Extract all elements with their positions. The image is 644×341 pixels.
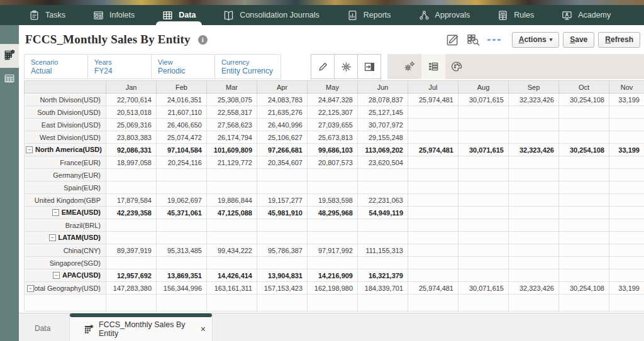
collapse-panel-icon[interactable] [357, 54, 381, 79]
nav-item-academy[interactable]: Academy [562, 5, 611, 25]
column-header-feb[interactable]: Feb [157, 81, 207, 94]
grid-cell[interactable] [106, 169, 157, 181]
sidebar-item-data-grid[interactable] [0, 68, 19, 92]
grid-cell[interactable] [559, 219, 609, 232]
nav-item-consolidation-journals[interactable]: Consolidation Journals [223, 5, 319, 25]
pov-years[interactable]: YearsFY24 [88, 55, 152, 78]
column-header-oct[interactable]: Oct [559, 81, 609, 94]
grid-cell[interactable]: 99,434,222 [207, 244, 257, 257]
grid-cell[interactable]: 25,673,813 [308, 131, 358, 144]
grid-cell[interactable]: 30,254,108 [559, 144, 609, 156]
grid-cell[interactable] [106, 181, 157, 194]
grid-cell[interactable] [559, 295, 609, 311]
grid-cell[interactable] [509, 244, 559, 257]
grid-cell[interactable]: 20,354,607 [257, 156, 308, 169]
grid-cell[interactable]: 32,323,426 [509, 94, 559, 106]
gear-icon[interactable] [334, 54, 358, 79]
grid-cell[interactable] [559, 207, 609, 219]
grid-cell[interactable]: 92,086,331 [106, 144, 157, 156]
grid-cell[interactable]: 97,104,584 [157, 144, 207, 156]
row-header-west-division-usd[interactable]: West Division(USD) [25, 131, 106, 144]
grid-cell[interactable] [609, 194, 644, 207]
grid-cell[interactable] [257, 181, 308, 194]
grid-cell[interactable]: 22,125,307 [308, 106, 358, 119]
grid-cell[interactable] [559, 131, 609, 144]
gears-icon[interactable] [397, 54, 421, 79]
pencil-icon[interactable] [311, 54, 335, 79]
grid-cell[interactable]: 162,198,980 [308, 282, 358, 295]
grid-cell[interactable]: 89,397,919 [106, 244, 157, 257]
refresh-button[interactable]: Refresh [598, 32, 640, 48]
grid-cell[interactable] [458, 119, 509, 131]
grid-cell[interactable] [609, 207, 644, 219]
grid-cell[interactable] [509, 156, 559, 169]
grid-cell[interactable] [609, 106, 644, 119]
grid-cell[interactable] [458, 106, 509, 119]
grid-cell[interactable]: 147,283,380 [106, 282, 157, 295]
grid-cell[interactable]: 156,344,996 [157, 282, 207, 295]
grid-cell[interactable] [157, 232, 207, 244]
palette-icon[interactable] [445, 54, 469, 79]
grid-cell[interactable] [308, 295, 358, 311]
grid-cell[interactable] [458, 244, 509, 257]
grid-cell[interactable] [509, 232, 559, 244]
grid-cell[interactable]: 30,707,972 [358, 119, 408, 131]
grid-cell[interactable] [358, 257, 408, 269]
grid-cell[interactable] [358, 295, 408, 311]
grid-cell[interactable]: 26,440,996 [257, 119, 308, 131]
grid-cell[interactable]: 30,071,615 [458, 94, 509, 106]
collapse-icon[interactable]: − [27, 285, 34, 292]
nav-item-reports[interactable]: Reports [347, 5, 391, 25]
grid-cell[interactable] [408, 169, 458, 181]
grid-cell[interactable]: 14,216,909 [308, 269, 358, 282]
grid-cell[interactable] [358, 181, 408, 194]
grid-cell[interactable]: 27,568,623 [207, 119, 257, 131]
collapse-icon[interactable]: − [49, 234, 56, 241]
grid-cell[interactable] [408, 257, 458, 269]
column-header-may[interactable]: May [308, 81, 358, 94]
row-header-apac-usd[interactable]: −APAC(USD) [25, 269, 106, 282]
grid-cell[interactable]: 24,016,351 [157, 94, 207, 106]
grid-cell[interactable]: 33,199 [609, 144, 644, 156]
grid-cell[interactable] [358, 219, 408, 232]
grid-cell[interactable] [308, 181, 358, 194]
grid-cell[interactable] [559, 119, 609, 131]
grid-cell[interactable] [106, 219, 157, 232]
grid-cell[interactable] [509, 119, 559, 131]
grid-cell[interactable]: 26,174,794 [207, 131, 257, 144]
grid-cell[interactable] [257, 169, 308, 181]
grid-cell[interactable]: 45,371,061 [157, 207, 207, 219]
pov-view[interactable]: ViewPeriodic [152, 55, 215, 78]
grid-cell[interactable] [207, 295, 257, 311]
grid-cell[interactable]: 14,426,414 [207, 269, 257, 282]
grid-cell[interactable]: 25,974,481 [408, 94, 458, 106]
grid-cell[interactable] [408, 181, 458, 194]
row-header-china-cny[interactable]: China(CNY) [25, 244, 106, 257]
grid-cell[interactable] [559, 244, 609, 257]
grid-cell[interactable] [408, 194, 458, 207]
grid-cell[interactable] [458, 219, 509, 232]
nav-item-approvals[interactable]: Approvals [419, 5, 470, 25]
grid-cell[interactable]: 101,609,809 [207, 144, 257, 156]
grid-cell[interactable] [609, 156, 644, 169]
grid-cell[interactable]: 12,957,692 [106, 269, 157, 282]
grid-cell[interactable] [25, 295, 106, 311]
grid-cell[interactable] [207, 232, 257, 244]
grid-cell[interactable]: 30,254,108 [559, 94, 609, 106]
grid-cell[interactable]: 33,199 [609, 282, 644, 295]
grid-cell[interactable]: 30,071,615 [458, 282, 509, 295]
grid-cell[interactable]: 97,266,681 [257, 144, 308, 156]
row-header-latam-usd[interactable]: −LATAM(USD) [25, 232, 106, 244]
row-header-united-kingdom-gbp[interactable]: United Kingdom(GBP [25, 194, 106, 207]
grid-cell[interactable] [458, 169, 509, 181]
grid-cell[interactable]: 13,869,351 [157, 269, 207, 282]
collapse-icon[interactable]: − [26, 146, 33, 153]
grid-cell[interactable]: 32,323,426 [509, 282, 559, 295]
grid-cell[interactable]: 22,231,063 [358, 194, 408, 207]
grid-cell[interactable] [106, 257, 157, 269]
grid-cell[interactable]: 19,157,277 [257, 194, 308, 207]
close-icon[interactable]: × [201, 325, 206, 333]
grid-cell[interactable]: 26,406,650 [157, 119, 207, 131]
grid-cell[interactable] [257, 257, 308, 269]
grid-cell[interactable] [609, 244, 644, 257]
